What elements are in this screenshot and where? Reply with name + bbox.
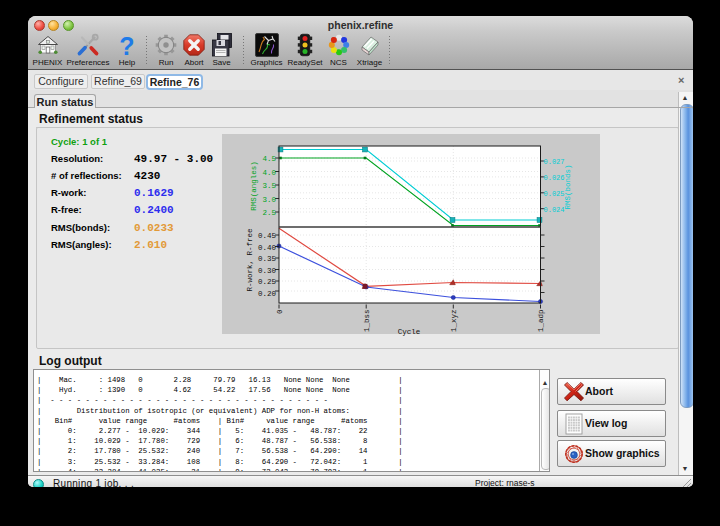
svg-text:1_bss: 1_bss (363, 310, 371, 333)
svg-text:0.024: 0.024 (544, 206, 565, 214)
svg-text:0.40: 0.40 (258, 244, 277, 252)
svg-text:?: ? (119, 33, 134, 57)
svg-text:2.5: 2.5 (262, 209, 276, 217)
svg-text:RMS(angles): RMS(angles) (250, 161, 258, 211)
svg-text:0.30: 0.30 (258, 267, 277, 275)
svg-text:4.5: 4.5 (262, 155, 276, 163)
svg-text:0.35: 0.35 (258, 255, 277, 263)
svg-text:R-work, R-free: R-work, R-free (246, 228, 254, 291)
svg-text:3.0: 3.0 (262, 196, 276, 204)
svg-text:3.5: 3.5 (262, 182, 276, 190)
svg-text:0.027: 0.027 (544, 158, 565, 166)
svg-text:0: 0 (276, 309, 284, 314)
svg-text:Cycle: Cycle (398, 328, 421, 336)
svg-text:0.20: 0.20 (258, 290, 277, 298)
svg-text:1_xyz: 1_xyz (450, 310, 458, 333)
svg-text:4.0: 4.0 (262, 169, 276, 177)
svg-text:RMS(bonds): RMS(bonds) (564, 164, 572, 209)
svg-text:1_adp: 1_adp (537, 310, 545, 333)
svg-text:0.025: 0.025 (544, 190, 565, 198)
svg-text:0.25: 0.25 (258, 278, 277, 286)
svg-text:0.45: 0.45 (258, 232, 277, 240)
svg-text:0.026: 0.026 (544, 174, 565, 182)
